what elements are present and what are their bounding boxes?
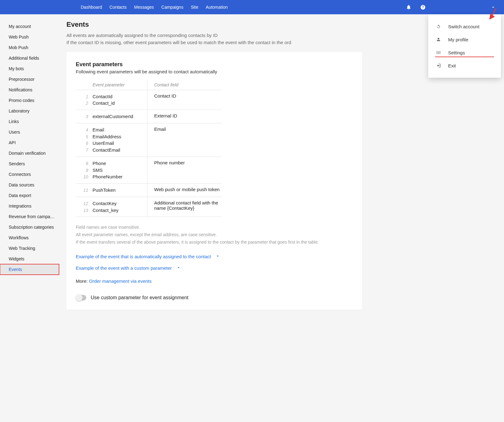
sidebar-item-senders[interactable]: Senders [0,158,59,169]
svg-point-4 [439,52,440,53]
contact-field-cell: Web push or mobile push token [147,184,222,197]
svg-text:?: ? [422,5,424,9]
dropdown-item-label: Switch account [448,24,479,29]
toggle-label: Use custom parameter for event assignmen… [91,295,188,300]
row-index: 6 [76,140,88,146]
custom-parameter-toggle[interactable] [76,295,86,300]
sidebar-item-web-tracking[interactable]: Web Tracking [0,243,59,254]
col-header-contact-field: Contact field [147,80,222,90]
nav-link-site[interactable]: Site [191,5,198,10]
sidebar-item-notifications[interactable]: Notifications [0,85,59,95]
sidebar-item-mob-push[interactable]: Mob Push [0,42,59,53]
page-title: Events [66,21,362,29]
dropdown-item-switch-account[interactable]: Switch account [428,20,501,33]
svg-point-3 [438,53,439,54]
accordion-custom-parameter[interactable]: Example of the event with a custom param… [76,265,353,271]
sidebar-item-links[interactable]: Links [0,116,59,127]
chevron-down-icon [215,254,220,259]
row-index: 8 [76,160,88,167]
sidebar-item-data-sources[interactable]: Data sources [0,180,59,190]
row-index: 3 [76,113,88,120]
event-parameter-name: ContactKey [93,200,117,207]
row-index: 11 [76,187,88,193]
card-title: Event parameters [76,61,353,68]
custom-parameter-toggle-row: Use custom parameter for event assignmen… [76,295,353,300]
sidebar-item-users[interactable]: Users [0,127,59,137]
refresh-icon [436,24,441,29]
sidebar-item-subscription-categories[interactable]: Subscription categories [0,222,59,232]
event-parameter-name: EmailAddress [93,133,121,140]
chevron-down-icon [176,265,181,271]
event-parameter-name: externalCustomerId [93,113,133,120]
sidebar-item-my-bots[interactable]: My bots [0,63,59,74]
bell-icon[interactable] [406,4,411,10]
row-index: 4 [76,127,88,133]
sidebar-item-web-push[interactable]: Web Push [0,32,59,42]
account-dropdown: Switch accountMy profileSettingsExit [428,14,501,78]
sidebar-item-domain-verification[interactable]: Domain verification [0,148,59,158]
event-parameters-table: Event parameter Contact field 1ContactId… [76,80,222,217]
sidebar-item-revenue-from-campaig[interactable]: Revenue from campaig… [0,211,59,222]
event-parameter-name: Contact_id [93,100,115,107]
accordion-auto-assigned[interactable]: Example of the event that is automatical… [76,254,353,259]
user-icon [436,37,441,42]
contact-field-cell: Additional contact field with the name {… [147,197,222,217]
help-icon[interactable]: ? [420,4,426,10]
row-index: 5 [76,134,88,140]
sidebar-item-additional-fields[interactable]: Additional fields [0,53,59,63]
event-parameter-name: UserEmail [93,140,114,147]
row-index: 13 [76,207,88,213]
sidebar-item-api[interactable]: API [0,137,59,148]
event-parameter-name: Phone [93,160,106,167]
nav-link-messages[interactable]: Messages [134,5,154,10]
nav-link-dashboard[interactable]: Dashboard [81,5,102,10]
top-nav-right: ? [406,4,498,10]
svg-point-2 [437,52,438,53]
accordion-label: Example of the event that is automatical… [76,254,211,259]
sidebar-item-preprocessor[interactable]: Preprocessor [0,74,59,85]
table-row: 8Phone9SMS10PhoneNumberPhone number [76,157,222,183]
exit-icon [436,63,441,68]
sidebar-item-integrations[interactable]: Integrations [0,201,59,211]
sidebar-item-promo-codes[interactable]: Promo codes [0,95,59,106]
event-parameter-cell: 4Email5EmailAddress6UserEmail7ContactEma… [76,123,147,157]
sidebar-item-workflows[interactable]: Workflows [0,232,59,243]
col-header-event-parameter: Event parameter [76,80,147,90]
event-parameters-card: Event parameters Following event paramet… [66,52,362,310]
row-index: 7 [76,147,88,153]
event-parameter-name: PushToken [93,187,116,194]
sidebar-item-laboratory[interactable]: Laboratory [0,106,59,116]
more-line: More: Order management via events [76,278,353,284]
event-parameter-name: ContactId [93,93,112,100]
sidebar-item-widgets[interactable]: Widgets [0,254,59,264]
page-desc-line2: If the contact ID is missing, other even… [66,40,291,45]
dropdown-item-label: My profile [448,37,468,42]
dropdown-item-my-profile[interactable]: My profile [428,33,501,46]
note-text: Field names are case insensitive. [76,224,353,231]
accordion-label: Example of the event with a custom param… [76,265,172,271]
page-description: All events are automatically assigned to… [66,32,362,46]
row-index: 10 [76,174,88,180]
chevron-up-icon[interactable] [490,4,496,10]
table-row: 4Email5EmailAddress6UserEmail7ContactEma… [76,123,222,157]
event-parameter-cell: 3externalCustomerId [76,110,147,123]
event-parameter-cell: 11PushToken [76,184,147,197]
event-parameter-cell: 8Phone9SMS10PhoneNumber [76,157,147,183]
event-parameter-name: SMS [93,167,103,174]
page-desc-line1: All events are automatically assigned to… [66,33,218,38]
dropdown-item-exit[interactable]: Exit [428,59,501,72]
sidebar-item-data-export[interactable]: Data export [0,190,59,201]
sidebar-item-events[interactable]: Events [0,264,59,275]
event-parameter-name: ContactEmail [93,147,120,154]
note-text: All event parameter names, except the em… [76,231,353,239]
more-link[interactable]: Order management via events [89,278,152,284]
card-subtitle: Following event parameters will be assig… [76,69,353,74]
contact-field-cell: External ID [147,110,222,123]
event-parameter-cell: 1ContactId2Contact_id [76,90,147,110]
nav-link-contacts[interactable]: Contacts [110,5,127,10]
nav-link-automation[interactable]: Automation [206,5,228,10]
top-nav: DashboardContactsMessagesCampaignsSiteAu… [0,0,504,14]
sidebar-item-my-account[interactable]: My account [0,21,59,32]
nav-link-campaigns[interactable]: Campaigns [161,5,184,10]
sidebar-item-connectors[interactable]: Connectors [0,169,59,180]
